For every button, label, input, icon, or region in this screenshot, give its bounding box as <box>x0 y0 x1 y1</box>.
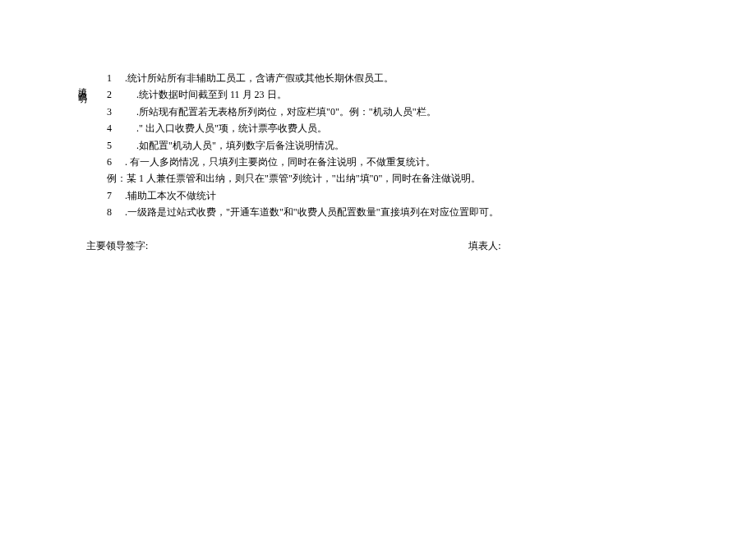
instruction-text: .一级路是过站式收费，"开通车道数"和"收费人员配置数量"直接填列在对应位置即可… <box>125 204 674 220</box>
signature-filler-label: 填表人: <box>468 239 500 253</box>
instruction-text: .统计所站所有非辅助工员工，含请产假或其他长期休假员工。 <box>125 70 674 86</box>
instruction-text: .如配置"机动人员"，填列数字后备注说明情况。 <box>136 137 674 154</box>
instruction-text: .辅助工本次不做统计 <box>125 187 674 204</box>
instruction-text: . 有一人多岗情况，只填列主要岗位，同时在备注说明，不做重复统计。 <box>125 154 674 170</box>
signature-leader-label: 主要领导签字: <box>86 239 148 253</box>
instructions-list: 1 .统计所站所有非辅助工员工，含请产假或其他长期休假员工。 2 .统计数据时间… <box>107 70 674 221</box>
instruction-item: 4 ." 出入口收费人员"项，统计票亭收费人员。 <box>107 120 674 136</box>
section-vertical-label: 填表说明 <box>78 80 87 90</box>
instruction-item: 3 .所站现有配置若无表格所列岗位，对应栏填"0"。例："机动人员"栏。 <box>107 104 674 120</box>
instruction-number: 2 <box>107 86 120 103</box>
instruction-item: 6 . 有一人多岗情况，只填列主要岗位，同时在备注说明，不做重复统计。 <box>107 154 674 170</box>
instruction-number: 3 <box>107 104 120 120</box>
instruction-number: 5 <box>107 137 120 154</box>
instruction-number: 6 <box>107 154 120 170</box>
instruction-item: 5 .如配置"机动人员"，填列数字后备注说明情况。 <box>107 137 674 154</box>
example-line: 例：某 1 人兼任票管和出纳，则只在"票管"列统计，"出纳"填"0"，同时在备注… <box>107 170 674 187</box>
instruction-item: 2 .统计数据时间截至到 11 月 23 日。 <box>107 86 674 103</box>
instruction-text: .统计数据时间截至到 11 月 23 日。 <box>136 86 674 103</box>
signatures-row: 主要领导签字: 填表人: <box>86 239 674 253</box>
instruction-number: 8 <box>107 204 120 220</box>
instruction-number: 1 <box>107 70 120 86</box>
instruction-number: 4 <box>107 120 120 136</box>
instruction-item: 7 .辅助工本次不做统计 <box>107 187 674 204</box>
instruction-text: .所站现有配置若无表格所列岗位，对应栏填"0"。例："机动人员"栏。 <box>136 104 674 120</box>
instruction-number: 7 <box>107 187 120 204</box>
instruction-text: ." 出入口收费人员"项，统计票亭收费人员。 <box>136 120 674 136</box>
instruction-item: 8 .一级路是过站式收费，"开通车道数"和"收费人员配置数量"直接填列在对应位置… <box>107 204 674 220</box>
instruction-item: 1 .统计所站所有非辅助工员工，含请产假或其他长期休假员工。 <box>107 70 674 86</box>
